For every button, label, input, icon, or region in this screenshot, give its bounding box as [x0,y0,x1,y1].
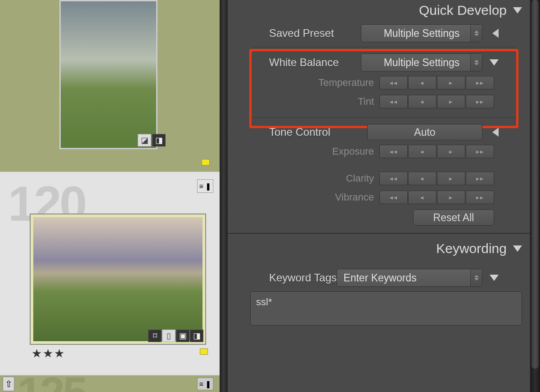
white-balance-dropdown[interactable]: Multiple Settings [361,53,482,71]
keyword-tags-dropdown[interactable]: Enter Keywords [337,269,482,287]
step-big-increase[interactable]: ▸▸ [466,95,494,108]
crop-icon[interactable]: ▣ [176,330,189,342]
chevron-down-icon [513,245,522,252]
stepper-handle-icon [470,54,482,71]
temperature-label: Temperature [318,77,374,89]
step-increase[interactable]: ▸ [437,95,465,108]
auto-tone-button[interactable]: Auto [367,124,482,140]
dropdown-value: Enter Keywords [343,272,416,284]
color-label-yellow[interactable] [202,159,210,165]
badge-icon[interactable]: ◨ [152,134,166,147]
step-decrease[interactable]: ◂ [408,95,436,108]
chevron-down-icon [513,7,522,13]
tone-control-label: Tone Control [269,126,330,138]
star-rating[interactable]: ★★★ [32,347,65,361]
scrollbar-thumb[interactable] [531,0,539,369]
chevron-left-icon[interactable] [490,29,499,38]
stepper-handle-icon [470,269,482,286]
filmstrip-cell-next: ⇧ 125 ≡ ❚ [0,374,220,392]
filmstrip: ◪ ◨ 120 ≡ ❚ ⌑ ▯ ▣ ◨ ★★★ ⇧ 125 ≡ ❚ [0,0,220,392]
scrollbar[interactable] [530,0,540,392]
step-decrease[interactable]: ◂ [408,145,436,158]
reset-all-button[interactable]: Reset All [413,209,494,226]
clarity-label: Clarity [346,173,374,184]
thumbnail-image[interactable] [59,0,158,149]
step-increase[interactable]: ▸ [437,172,465,185]
step-decrease[interactable]: ◂ [408,76,436,89]
cell-index-next: 125 [17,367,86,392]
panel-title-label: Keywording [436,241,507,256]
step-increase[interactable]: ▸ [437,76,465,89]
step-big-decrease[interactable]: ◂◂ [379,95,408,108]
stack-menu-icon[interactable]: ≡ ❚ [197,378,213,390]
stack-menu-icon[interactable]: ≡ ❚ [197,179,213,193]
color-label-yellow[interactable] [200,348,208,355]
tint-label: Tint [358,96,374,107]
tag-icon[interactable]: ⌑ [148,330,162,342]
right-panels: Quick Develop Saved Preset Multiple Sett… [228,0,540,392]
flag-reject-icon[interactable]: ◪ [138,134,151,147]
saved-preset-label: Saved Preset [269,27,334,40]
step-decrease[interactable]: ◂ [408,191,436,204]
temperature-stepper: ◂◂ ◂ ▸ ▸▸ [379,76,494,89]
thumbnail-image[interactable] [31,214,205,344]
dropdown-value: Multiple Settings [384,57,460,69]
arrow-up-icon[interactable]: ⇧ [3,377,14,391]
keywording-header[interactable]: Keywording [228,233,540,263]
exposure-stepper: ◂◂ ◂ ▸ ▸▸ [379,145,494,158]
tint-stepper: ◂◂ ◂ ▸ ▸▸ [379,95,494,108]
step-big-increase[interactable]: ▸▸ [466,145,494,158]
filmstrip-cell[interactable]: 120 ≡ ❚ ⌑ ▯ ▣ ◨ ★★★ [0,173,220,381]
chevron-down-icon[interactable] [490,275,499,281]
vibrance-stepper: ◂◂ ◂ ▸ ▸▸ [379,191,494,204]
step-big-decrease[interactable]: ◂◂ [379,76,408,89]
step-big-decrease[interactable]: ◂◂ [379,172,408,185]
clarity-stepper: ◂◂ ◂ ▸ ▸▸ [379,172,494,185]
step-big-increase[interactable]: ▸▸ [466,76,494,89]
step-increase[interactable]: ▸ [437,145,465,158]
chevron-down-icon[interactable] [490,59,499,66]
keyword-tags-label: Keyword Tags [269,272,337,284]
exposure-label: Exposure [332,146,374,157]
quick-develop-header[interactable]: Quick Develop [228,0,540,24]
saved-preset-dropdown[interactable]: Multiple Settings [361,24,482,42]
chevron-left-icon[interactable] [490,128,499,137]
white-balance-label: White Balance [269,56,339,69]
step-big-decrease[interactable]: ◂◂ [379,145,408,158]
panel-title-label: Quick Develop [419,3,507,18]
vibrance-label: Vibrance [335,192,374,203]
flag-icon[interactable]: ▯ [162,330,176,342]
step-big-decrease[interactable]: ◂◂ [379,191,408,204]
panel-divider[interactable] [220,0,228,392]
adjust-icon[interactable]: ◨ [190,330,203,342]
stepper-handle-icon [470,25,482,42]
keywords-input[interactable]: ssl* [250,291,522,325]
dropdown-value: Multiple Settings [384,27,460,40]
step-decrease[interactable]: ◂ [408,172,436,185]
step-increase[interactable]: ▸ [437,191,465,204]
filmstrip-cell[interactable]: ◪ ◨ [0,0,220,172]
step-big-increase[interactable]: ▸▸ [466,172,494,185]
step-big-increase[interactable]: ▸▸ [466,191,494,204]
